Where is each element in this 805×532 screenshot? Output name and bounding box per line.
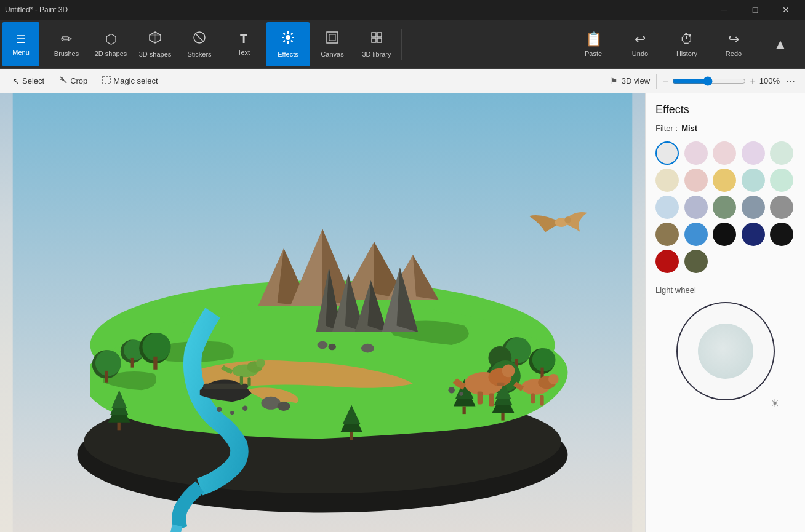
zoom-slider-container: − + 100% [663, 76, 780, 87]
minimize-button[interactable]: ─ [710, 0, 739, 20]
toolbar-stickers[interactable]: Stickers [177, 22, 222, 66]
canvas-area[interactable] [0, 93, 645, 532]
select-button[interactable]: ↖ Select [7, 74, 49, 89]
color-swatch-4[interactable] [770, 141, 793, 165]
2dshapes-icon: ⬡ [105, 31, 117, 47]
svg-rect-11 [327, 32, 338, 43]
color-swatch-1[interactable] [684, 141, 708, 165]
zoom-area: ⚑ 3D view − + 100% ··· [610, 72, 798, 90]
toolbar-2dshapes[interactable]: ⬡ 2D shapes [89, 22, 133, 66]
toolbar-canvas[interactable]: Canvas [310, 22, 354, 66]
scene-svg [0, 93, 645, 532]
svg-point-91 [564, 216, 571, 223]
color-swatch-14[interactable] [770, 196, 793, 219]
color-swatch-18[interactable] [742, 223, 765, 246]
zoom-percent-label: 100% [759, 76, 780, 85]
toolbar-text[interactable]: T Text [222, 22, 266, 66]
history-label: History [676, 50, 697, 57]
undo-icon: ↩ [635, 31, 646, 47]
history-icon: ⏱ [680, 31, 694, 47]
color-swatch-7[interactable] [713, 169, 736, 192]
maximize-button[interactable]: □ [741, 0, 769, 20]
zoom-minus-icon[interactable]: − [663, 76, 668, 87]
color-swatch-10[interactable] [655, 196, 679, 219]
zoom-plus-icon[interactable]: + [750, 76, 755, 87]
toolbar-separator [401, 29, 402, 60]
2dshapes-label: 2D shapes [95, 50, 127, 57]
3dlibrary-label: 3D library [362, 50, 391, 58]
toolbar-paste[interactable]: 📋 Paste [571, 22, 615, 66]
toolbar-redo[interactable]: ↪ Redo [711, 22, 756, 66]
close-button[interactable]: ✕ [772, 0, 800, 20]
color-swatch-8[interactable] [742, 169, 765, 192]
magic-select-button[interactable]: Magic select [97, 73, 162, 89]
toolbar-collapse[interactable]: ▲ [758, 22, 803, 66]
svg-line-9 [291, 33, 293, 34]
toolbar-effects[interactable]: Effects [266, 22, 310, 66]
magic-select-icon [102, 76, 111, 86]
paste-icon: 📋 [585, 31, 602, 47]
svg-rect-14 [377, 33, 382, 37]
light-wheel-inner [698, 324, 753, 379]
color-swatch-16[interactable] [684, 223, 708, 246]
color-swatch-20[interactable] [655, 250, 679, 273]
zoom-slider[interactable] [672, 76, 746, 86]
svg-point-76 [502, 364, 515, 377]
svg-rect-54 [540, 368, 543, 378]
window-controls: ─ □ ✕ [710, 0, 800, 20]
color-swatch-3[interactable] [742, 141, 765, 165]
color-swatch-15[interactable] [655, 223, 679, 246]
paste-label: Paste [585, 50, 602, 57]
select-cursor-icon: ↖ [12, 76, 20, 86]
color-swatch-19[interactable] [770, 223, 793, 246]
effects-panel: Effects Filter : Mist Light wheel ☀ [645, 93, 805, 532]
toolbar-right-group: 📋 Paste ↩ Undo ⏱ History ↪ Redo ▲ [571, 22, 803, 66]
svg-point-96 [361, 344, 374, 353]
color-swatch-9[interactable] [770, 169, 793, 192]
menu-button[interactable]: ☰ Menu [2, 22, 39, 66]
svg-rect-78 [489, 394, 494, 407]
sun-icon: ☀ [770, 397, 780, 410]
svg-point-97 [217, 407, 222, 412]
crop-label: Crop [70, 76, 87, 85]
color-swatch-0[interactable] [655, 141, 679, 165]
svg-rect-88 [531, 394, 535, 404]
color-swatch-6[interactable] [684, 169, 708, 192]
text-label: Text [238, 49, 250, 56]
stickers-icon [193, 31, 206, 48]
more-options-button[interactable]: ··· [783, 72, 798, 90]
undo-label: Undo [632, 50, 648, 57]
magic-select-label: Magic select [113, 76, 158, 85]
color-swatch-13[interactable] [742, 196, 765, 219]
toolbar-history[interactable]: ⏱ History [665, 22, 709, 66]
3dlibrary-icon [370, 31, 383, 48]
svg-rect-84 [247, 377, 250, 386]
svg-rect-83 [240, 376, 243, 385]
brushes-label: Brushes [54, 50, 79, 57]
color-swatch-17[interactable] [713, 223, 736, 246]
crop-button[interactable]: Crop [54, 73, 92, 89]
color-swatch-2[interactable] [713, 141, 736, 165]
color-swatch-21[interactable] [684, 250, 708, 273]
toolbar-3dlibrary[interactable]: 3D library [354, 22, 399, 66]
svg-rect-17 [103, 76, 110, 84]
panel-title: Effects [655, 103, 795, 116]
svg-line-7 [284, 33, 286, 34]
toolbar-brushes[interactable]: ✏ Brushes [44, 22, 89, 66]
color-swatch-11[interactable] [684, 196, 708, 219]
filter-label: Filter : [655, 124, 678, 133]
toolbar-undo[interactable]: ↩ Undo [618, 22, 662, 66]
app-title: Untitled* - Paint 3D [5, 6, 68, 14]
toolbar-3dshapes[interactable]: 3D shapes [133, 22, 177, 66]
svg-point-99 [242, 405, 247, 410]
3d-view-flag-icon: ⚑ [610, 76, 618, 86]
svg-line-1 [196, 34, 203, 41]
canvas-icon [326, 31, 339, 48]
filter-row: Filter : Mist [655, 124, 795, 133]
svg-rect-16 [377, 38, 382, 42]
color-swatch-5[interactable] [655, 169, 679, 192]
light-wheel[interactable]: ☀ [676, 302, 775, 400]
svg-point-98 [230, 411, 234, 415]
color-swatch-12[interactable] [713, 196, 736, 219]
canvas-label: Canvas [321, 50, 343, 58]
